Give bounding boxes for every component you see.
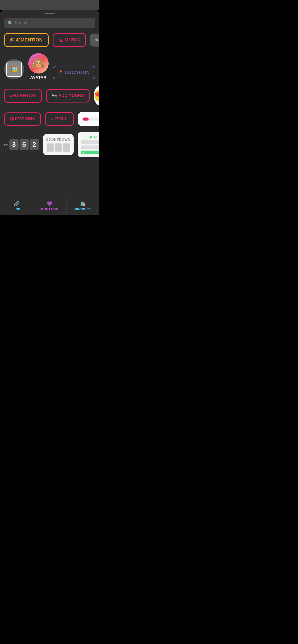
countdown-digit-3 <box>63 143 70 152</box>
search-icon: 🔍 <box>8 21 13 25</box>
bottom-tray: 🔗 LINK 💜 DONATION 🛍️ PRODUCT <box>0 197 99 215</box>
donation-label: DONATION <box>41 208 58 211</box>
countdown-digit-2 <box>55 143 62 152</box>
location-sticker[interactable]: 📍 LOCATION <box>53 66 95 79</box>
clock-minute-tens: 5 <box>20 139 29 150</box>
tray-item-product[interactable]: 🛍️ PRODUCT <box>66 197 99 215</box>
clock-minute-ones: 2 <box>30 139 39 150</box>
countdown-digit-1 <box>47 143 54 152</box>
poll-sticker[interactable]: ≡ POLL <box>45 112 74 126</box>
countdown-sticker[interactable]: COUNTDOWN <box>43 134 74 155</box>
search-bar[interactable]: 🔍 <box>4 18 95 28</box>
avatar-image: 🙈 <box>28 53 49 74</box>
sticker-sheet: 🔍 @ @MENTION MUSIC <box>0 10 99 215</box>
addyours-sticker[interactable]: 📷 ADD YOURS <box>46 89 90 103</box>
mention-at: @ <box>10 37 15 43</box>
addyours-label: ADD YOURS <box>58 93 84 98</box>
music-icon <box>59 38 63 42</box>
mention-label: @MENTION <box>16 37 43 43</box>
hashtag-sticker[interactable]: #HASHTAG <box>4 89 42 103</box>
clock-sticker[interactable]: PM 3 5 2 <box>4 139 39 150</box>
tray-item-link[interactable]: 🔗 LINK <box>0 197 33 215</box>
sticker-row-4: QUESTIONS ≡ POLL 😍 <box>4 112 95 126</box>
gif-sticker[interactable]: 🔍 GIF <box>90 34 99 47</box>
poll-label: POLL <box>55 116 68 122</box>
quiz-option-2 <box>81 145 100 149</box>
location-label: LOCATION <box>65 70 90 75</box>
slider-sticker[interactable]: 😍 <box>78 112 99 126</box>
quiz-option-1 <box>81 140 100 144</box>
music-sticker[interactable]: MUSIC <box>53 33 86 47</box>
sticker-row-5: PM 3 5 2 COUNTDOWN QUIZ ✔ <box>4 132 95 157</box>
link-label: LINK <box>13 208 20 211</box>
music-label: MUSIC <box>65 37 80 43</box>
donation-icon: 💜 <box>47 201 52 207</box>
location-pin-icon: 📍 <box>58 70 64 75</box>
quiz-sticker[interactable]: QUIZ ✔ <box>78 132 100 157</box>
mention-sticker[interactable]: @ @MENTION <box>4 33 49 47</box>
sticker-row-3: #HASHTAG 📷 ADD YOURS 😍 <box>4 85 95 106</box>
camera-icon: 📷 <box>52 93 57 98</box>
quiz-label: QUIZ <box>81 135 100 139</box>
slider-track <box>83 118 99 121</box>
top-bar <box>0 0 99 10</box>
questions-label: QUESTIONS <box>10 117 35 121</box>
gif-search-icon: 🔍 <box>95 38 99 42</box>
clock-hour: 3 <box>9 139 19 150</box>
poll-icon: ≡ <box>51 116 54 122</box>
sticker-row-1: @ @MENTION MUSIC 🔍 GIF <box>4 33 95 47</box>
photo-icon: 🖼️ <box>6 62 22 77</box>
clock-pm-label: PM <box>4 143 8 146</box>
sticker-row-2: 🖼️ 🙈 AVATAR 📍 LOCATION <box>4 53 95 79</box>
questions-sticker[interactable]: QUESTIONS <box>4 112 41 126</box>
quiz-checkmark-icon: ✔ <box>83 151 85 154</box>
stickers-grid: @ @MENTION MUSIC 🔍 GIF <box>0 33 99 197</box>
link-icon: 🔗 <box>14 201 19 207</box>
countdown-label: COUNTDOWN <box>46 138 70 141</box>
photo-sticker[interactable]: 🖼️ <box>4 59 24 79</box>
product-label: PRODUCT <box>75 208 91 211</box>
hashtag-label: #HASHTAG <box>10 93 36 98</box>
avatar-sticker[interactable]: 🙈 AVATAR <box>28 53 49 79</box>
product-icon: 🛍️ <box>80 201 86 207</box>
countdown-digits <box>47 143 70 152</box>
avatar-label: AVATAR <box>30 75 47 79</box>
search-input[interactable] <box>15 20 92 25</box>
quiz-option-correct: ✔ <box>81 151 100 154</box>
emoji-bubble-sticker[interactable]: 😍 <box>94 85 99 106</box>
emoji-bubble-icon: 😍 <box>94 89 99 102</box>
tray-item-donation[interactable]: 💜 DONATION <box>33 197 66 215</box>
slider-fill <box>83 118 89 121</box>
drag-handle[interactable] <box>45 13 55 14</box>
